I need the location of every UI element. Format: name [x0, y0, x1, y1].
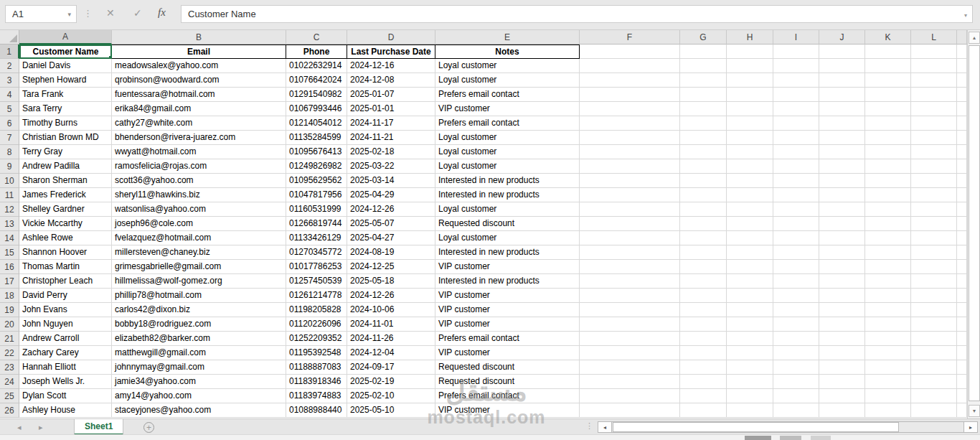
cell-H22[interactable]	[727, 346, 773, 360]
cell-M8[interactable]	[957, 145, 967, 159]
cell-I7[interactable]	[773, 131, 819, 145]
cell-E6[interactable]: Prefers email contact	[435, 116, 580, 131]
cell-F16[interactable]	[580, 260, 680, 274]
cell-M4[interactable]	[957, 88, 967, 102]
cell-F17[interactable]	[580, 274, 680, 289]
cell-B17[interactable]: hillmelissa@wolf-gomez.org	[112, 274, 286, 289]
cell-B6[interactable]: cathy27@white.com	[112, 116, 286, 131]
cell-C25[interactable]: 01183974883	[286, 389, 347, 403]
cell-F9[interactable]	[580, 159, 680, 174]
cell-C14[interactable]: 01133426129	[286, 231, 347, 245]
cell-G11[interactable]	[680, 188, 727, 202]
column-header-sliver[interactable]	[957, 30, 967, 45]
cell-M25[interactable]	[957, 389, 967, 403]
cell-G16[interactable]	[680, 260, 727, 274]
scroll-up-icon[interactable]: ▴	[969, 32, 980, 44]
cell-M5[interactable]	[957, 102, 967, 116]
cell-L2[interactable]	[911, 59, 957, 73]
cell-H15[interactable]	[727, 245, 773, 260]
cell-F10[interactable]	[580, 174, 680, 188]
cell-J12[interactable]	[819, 202, 865, 217]
column-header-H[interactable]: H	[727, 30, 773, 45]
cell-K3[interactable]	[865, 73, 911, 88]
cell-C24[interactable]: 01183918346	[286, 375, 347, 389]
cell-C22[interactable]: 01195392548	[286, 346, 347, 360]
cell-K5[interactable]	[865, 102, 911, 116]
cell-F2[interactable]	[580, 59, 680, 73]
cell-I24[interactable]	[773, 375, 819, 389]
cell-E19[interactable]: VIP customer	[435, 303, 580, 317]
cell-B26[interactable]: staceyjones@yahoo.com	[112, 403, 286, 418]
cell-D17[interactable]: 2025-05-18	[347, 274, 435, 289]
cell-I5[interactable]	[773, 102, 819, 116]
cell-D22[interactable]: 2024-12-04	[347, 346, 435, 360]
cell-I10[interactable]	[773, 174, 819, 188]
cell-A20[interactable]: John Nguyen	[19, 317, 112, 332]
cell-G15[interactable]	[680, 245, 727, 260]
cell-G6[interactable]	[680, 116, 727, 131]
cell-L17[interactable]	[911, 274, 957, 289]
cell-K10[interactable]	[865, 174, 911, 188]
cell-M21[interactable]	[957, 332, 967, 346]
cell-E17[interactable]: Interested in new products	[435, 274, 580, 289]
cell-F20[interactable]	[580, 317, 680, 332]
cell-D15[interactable]: 2024-08-19	[347, 245, 435, 260]
cell-F13[interactable]	[580, 217, 680, 231]
cell-I2[interactable]	[773, 59, 819, 73]
cell-F24[interactable]	[580, 375, 680, 389]
cell-D18[interactable]: 2024-12-26	[347, 289, 435, 303]
cell-A9[interactable]: Andrew Padilla	[19, 159, 112, 174]
cell-B18[interactable]: phillip78@hotmail.com	[112, 289, 286, 303]
cell-H3[interactable]	[727, 73, 773, 88]
cell-L16[interactable]	[911, 260, 957, 274]
cell-J23[interactable]	[819, 360, 865, 375]
cell-E11[interactable]: Interested in new products	[435, 188, 580, 202]
cell-L26[interactable]	[911, 403, 957, 418]
vertical-scrollbar[interactable]: ▴ ▾	[967, 30, 980, 418]
cell-K11[interactable]	[865, 188, 911, 202]
cell-G13[interactable]	[680, 217, 727, 231]
cell-F1[interactable]	[580, 45, 680, 59]
cell-K6[interactable]	[865, 116, 911, 131]
cell-K19[interactable]	[865, 303, 911, 317]
cell-K2[interactable]	[865, 59, 911, 73]
cell-D26[interactable]: 2025-05-10	[347, 403, 435, 418]
cell-J4[interactable]	[819, 88, 865, 102]
cell-D6[interactable]: 2024-11-17	[347, 116, 435, 131]
cell-C5[interactable]: 01067993446	[286, 102, 347, 116]
row-header-14[interactable]: 14	[0, 231, 19, 245]
cell-H12[interactable]	[727, 202, 773, 217]
cell-D4[interactable]: 2025-01-07	[347, 88, 435, 102]
cell-M6[interactable]	[957, 116, 967, 131]
cell-A25[interactable]: Dylan Scott	[19, 389, 112, 403]
cell-B7[interactable]: bhenderson@rivera-juarez.com	[112, 131, 286, 145]
formula-bar[interactable]: Customer Name ▾	[181, 5, 973, 23]
cell-K18[interactable]	[865, 289, 911, 303]
column-header-B[interactable]: B	[112, 30, 286, 45]
cell-M26[interactable]	[957, 403, 967, 418]
formula-bar-expand-icon[interactable]: ▾	[964, 12, 967, 19]
cell-D12[interactable]: 2024-12-26	[347, 202, 435, 217]
cell-B16[interactable]: grimesgabrielle@gmail.com	[112, 260, 286, 274]
row-header-26[interactable]: 26	[0, 403, 19, 418]
cell-G1[interactable]	[680, 45, 727, 59]
cell-J6[interactable]	[819, 116, 865, 131]
cell-I11[interactable]	[773, 188, 819, 202]
cell-H14[interactable]	[727, 231, 773, 245]
cell-C9[interactable]: 01249826982	[286, 159, 347, 174]
cell-A7[interactable]: Christian Brown MD	[19, 131, 112, 145]
row-header-25[interactable]: 25	[0, 389, 19, 403]
cell-K21[interactable]	[865, 332, 911, 346]
cell-E25[interactable]: Prefers email contact	[435, 389, 580, 403]
cell-A12[interactable]: Shelley Gardner	[19, 202, 112, 217]
cell-J15[interactable]	[819, 245, 865, 260]
cell-G19[interactable]	[680, 303, 727, 317]
cell-H17[interactable]	[727, 274, 773, 289]
cell-J24[interactable]	[819, 375, 865, 389]
cell-H13[interactable]	[727, 217, 773, 231]
cell-C4[interactable]: 01291540982	[286, 88, 347, 102]
cell-I15[interactable]	[773, 245, 819, 260]
row-header-2[interactable]: 2	[0, 59, 19, 73]
cell-B15[interactable]: millersteven@chaney.biz	[112, 245, 286, 260]
cell-E20[interactable]: VIP customer	[435, 317, 580, 332]
